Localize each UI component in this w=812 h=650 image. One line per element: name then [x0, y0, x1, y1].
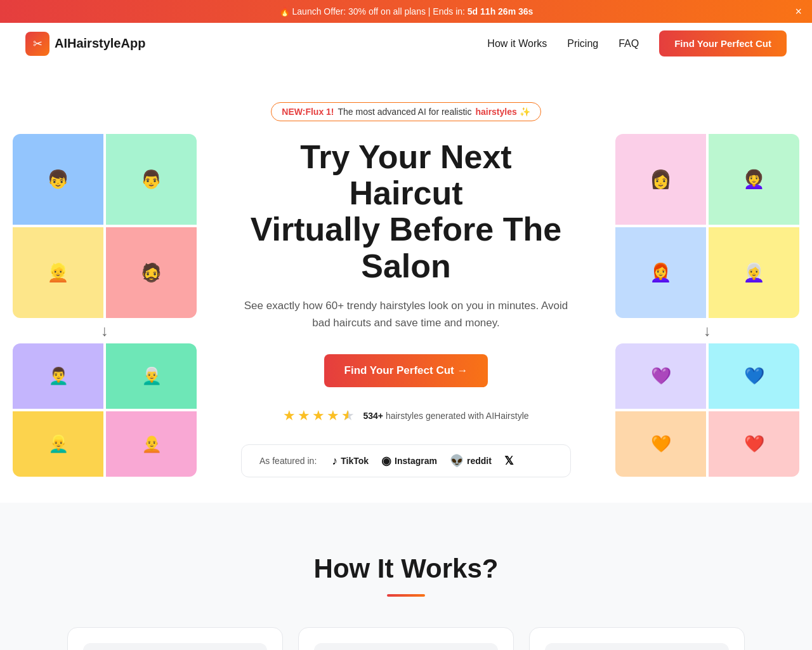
tiktok-icon: ♪ [332, 454, 337, 468]
featured-tiktok: ♪ TikTok [332, 454, 369, 468]
section-divider [387, 594, 425, 597]
step-card-style [529, 627, 745, 650]
reddit-icon: 👽 [450, 454, 464, 468]
step-card-upload: ⊞ Upload a minimum of 12 photos (min 512… [67, 627, 283, 650]
left-after-3: 👱‍♂️ [13, 411, 103, 477]
right-after-4: ❤️ [709, 411, 799, 477]
instagram-icon: ◉ [381, 454, 391, 468]
left-img-2: 👨 [106, 134, 197, 225]
logo-link[interactable]: ✂ AIHairstyleApp [25, 32, 145, 56]
proof-description: hairstyles generated with AIHairstyle [386, 411, 529, 421]
banner-close-button[interactable]: × [795, 5, 802, 18]
right-img-1: 👩 [615, 134, 706, 225]
left-side-images: 👦 👨 👱 🧔 ↓ 👨‍🦱 👨‍🦳 👱‍♂️ 🧑‍🦲 [13, 134, 197, 477]
left-after-2: 👨‍🦳 [106, 343, 197, 409]
left-after-4: 🧑‍🦲 [106, 411, 197, 477]
steps-row: ⊞ Upload a minimum of 12 photos (min 512… [57, 627, 755, 650]
star-3: ★ [312, 408, 325, 424]
new-badge: NEW:Flux 1! The most advanced AI for rea… [271, 102, 540, 121]
right-img-4: 👩‍🦳 [709, 227, 799, 318]
x-icon: 𝕏 [504, 454, 514, 468]
nav-links: How it Works Pricing FAQ Find Your Perfe… [487, 30, 787, 56]
proof-text: 534+ hairstyles generated with AIHairsty… [363, 411, 528, 421]
right-side-images: 👩 👩‍🦱 👩‍🦰 👩‍🦳 ↓ 💜 💙 🧡 ❤️ [615, 134, 799, 477]
navbar: ✂ AIHairstyleApp How it Works Pricing FA… [0, 23, 812, 64]
right-after-3: 🧡 [615, 411, 706, 477]
left-img-4: 🧔 [106, 227, 197, 318]
arrow-down-left: ↓ [101, 322, 108, 340]
nav-faq[interactable]: FAQ [619, 38, 639, 50]
featured-x: 𝕏 [504, 454, 514, 468]
nav-pricing[interactable]: Pricing [567, 38, 598, 50]
how-works-section: How It Works? ⊞ Upload a minimum of 12 p… [0, 503, 812, 650]
star-5-half: ★★ [341, 408, 355, 424]
star-4: ★ [327, 408, 339, 424]
left-before-grid: 👦 👨 👱 🧔 [13, 134, 197, 318]
right-after-grid: 💜 💙 🧡 ❤️ [615, 343, 799, 477]
star-rating: ★ ★ ★ ★ ★★ [283, 408, 355, 424]
left-img-3: 👱 [13, 227, 103, 318]
hero-content: Try Your Next Haircut Virtually Before T… [241, 139, 571, 477]
arrow-down-right: ↓ [704, 322, 711, 340]
hero-subtitle: See exactly how 60+ trendy hairstyles lo… [241, 297, 571, 331]
star-2: ★ [298, 408, 310, 424]
left-after-1: 👨‍🦱 [13, 343, 103, 409]
featured-instagram: ◉ Instagram [381, 454, 437, 468]
step-card-train: Pablo Sanchez Training your AI model Abo… [298, 627, 514, 650]
top-banner: 🔥 Launch Offer: 30% off on all plans | E… [0, 0, 812, 23]
how-works-title: How It Works? [25, 554, 787, 584]
right-img-3: 👩‍🦰 [615, 227, 706, 318]
right-after-2: 💙 [709, 343, 799, 409]
step-3-inner [545, 643, 729, 650]
featured-reddit: 👽 reddit [450, 454, 492, 468]
right-after-1: 💜 [615, 343, 706, 409]
right-before-grid: 👩 👩‍🦱 👩‍🦰 👩‍🦳 [615, 134, 799, 318]
right-img-2: 👩‍🦱 [709, 134, 799, 225]
countdown-timer: 5d 11h 26m 36s [468, 6, 534, 17]
social-proof: ★ ★ ★ ★ ★★ 534+ hairstyles generated wit… [241, 408, 571, 424]
hero-cta-button[interactable]: Find Your Perfect Cut → [324, 354, 488, 387]
featured-logos: ♪ TikTok ◉ Instagram 👽 reddit 𝕏 [332, 454, 514, 468]
star-1: ★ [283, 408, 296, 424]
badge-text: The most advanced AI for realistic [338, 107, 472, 117]
nav-cta-button[interactable]: Find Your Perfect Cut [659, 30, 787, 56]
step-1-inner: ⊞ Upload a minimum of 12 photos (min 512… [83, 643, 267, 650]
badge-highlight: hairstyles ✨ [475, 107, 530, 117]
left-img-1: 👦 [13, 134, 103, 225]
badge-label: NEW:Flux 1! [282, 107, 334, 117]
banner-text: 🔥 Launch Offer: 30% off on all plans | E… [279, 6, 465, 17]
left-after-grid: 👨‍🦱 👨‍🦳 👱‍♂️ 🧑‍🦲 [13, 343, 197, 477]
logo-text: AIHairstyleApp [55, 36, 145, 51]
proof-count: 534+ [363, 411, 383, 421]
hero-title: Try Your Next Haircut Virtually Before T… [241, 139, 571, 284]
nav-how-it-works[interactable]: How it Works [487, 38, 547, 50]
hero-section: NEW:Flux 1! The most advanced AI for rea… [0, 64, 812, 503]
logo-icon: ✂ [25, 32, 49, 56]
featured-in: As featured in: ♪ TikTok ◉ Instagram 👽 r… [241, 444, 571, 477]
featured-label: As featured in: [259, 456, 317, 466]
step-2-inner: Pablo Sanchez Training your AI model Abo… [314, 643, 498, 650]
